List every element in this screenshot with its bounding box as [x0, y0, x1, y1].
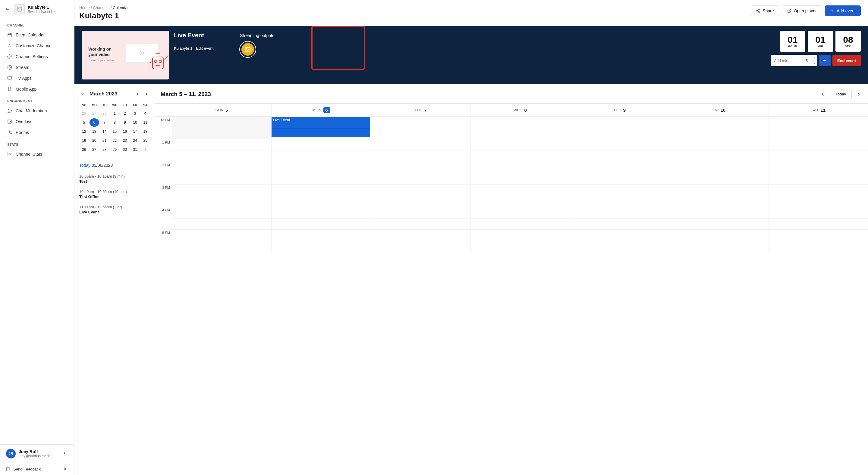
- mini-day[interactable]: 16: [120, 127, 130, 136]
- time-cell[interactable]: [271, 230, 371, 252]
- stepper-down[interactable]: ▼: [812, 61, 817, 66]
- nav-rooms[interactable]: Rooms: [0, 127, 74, 138]
- event-list-item[interactable]: 10:05am - 10:15am (9 min)Test: [79, 171, 150, 186]
- week-next[interactable]: [855, 90, 863, 98]
- nav-chat[interactable]: Chat Moderation: [0, 105, 74, 116]
- time-cell[interactable]: [371, 139, 470, 162]
- nav-mobile[interactable]: Mobile App: [0, 84, 74, 95]
- mini-day[interactable]: 1: [110, 109, 120, 118]
- time-cell[interactable]: [172, 207, 271, 230]
- mini-prev-month[interactable]: [134, 90, 141, 98]
- time-cell[interactable]: [569, 184, 669, 207]
- time-cell[interactable]: [769, 162, 868, 184]
- mini-day[interactable]: 14: [100, 127, 110, 136]
- mini-day[interactable]: 3: [130, 109, 140, 118]
- day-header[interactable]: FRI10: [669, 104, 769, 116]
- breadcrumb-home[interactable]: Home: [79, 5, 90, 10]
- mini-day[interactable]: 6: [90, 118, 99, 127]
- time-cell[interactable]: [172, 230, 271, 252]
- mini-next-month[interactable]: [143, 90, 150, 98]
- time-cell[interactable]: [769, 139, 868, 162]
- mini-day[interactable]: 28: [100, 109, 110, 118]
- stepper-up[interactable]: ▲: [812, 55, 817, 61]
- time-cell[interactable]: [569, 117, 669, 139]
- day-header[interactable]: SUN5: [172, 104, 271, 116]
- mini-day[interactable]: 31: [130, 145, 140, 154]
- time-cell[interactable]: [172, 139, 271, 162]
- today-button[interactable]: Today: [830, 89, 852, 99]
- live-channel-link[interactable]: Kulabyte 1: [174, 46, 192, 50]
- day-header[interactable]: MON6: [271, 104, 371, 116]
- edit-event-link[interactable]: Edit event: [196, 46, 213, 50]
- event-list-item[interactable]: 10:40am - 10:55am (15 min)Test Offine: [79, 186, 150, 202]
- mini-day[interactable]: 18: [141, 127, 150, 136]
- open-player-button[interactable]: Open player: [782, 5, 822, 16]
- time-cell[interactable]: [470, 230, 569, 252]
- time-cell[interactable]: [371, 207, 470, 230]
- time-cell[interactable]: [371, 162, 470, 184]
- switch-channel[interactable]: Switch channel: [28, 10, 70, 14]
- time-cell[interactable]: [271, 207, 371, 230]
- mini-day[interactable]: 22: [110, 136, 120, 145]
- share-button[interactable]: Share: [751, 5, 779, 16]
- mini-day[interactable]: 21: [100, 136, 110, 145]
- time-cell[interactable]: [769, 117, 868, 139]
- time-cell[interactable]: [569, 162, 669, 184]
- time-cell[interactable]: [172, 184, 271, 207]
- mini-day[interactable]: 1: [141, 145, 150, 154]
- user-menu-button[interactable]: [61, 450, 68, 457]
- time-cell[interactable]: [769, 230, 868, 252]
- nav-channel-stats[interactable]: Channel Stats: [0, 149, 74, 160]
- mini-day[interactable]: 24: [130, 136, 140, 145]
- mini-day[interactable]: 26: [79, 145, 89, 154]
- mini-day[interactable]: 20: [90, 136, 99, 145]
- time-cell[interactable]: [669, 162, 769, 184]
- send-feedback[interactable]: Send Feedback: [6, 467, 41, 471]
- time-cell[interactable]: [271, 184, 371, 207]
- day-header[interactable]: TUE7: [371, 104, 470, 116]
- time-cell[interactable]: [669, 117, 769, 139]
- time-cell[interactable]: [271, 162, 371, 184]
- mini-day[interactable]: 12: [79, 127, 89, 136]
- day-header[interactable]: SAT11: [769, 104, 868, 116]
- mini-day[interactable]: 5: [79, 118, 89, 127]
- mini-day[interactable]: 19: [79, 136, 89, 145]
- week-prev[interactable]: [819, 90, 827, 98]
- time-cell[interactable]: [470, 162, 569, 184]
- streaming-output-1[interactable]: [240, 41, 255, 57]
- day-header[interactable]: THU9: [569, 104, 669, 116]
- collapse-sidebar-button[interactable]: [63, 467, 68, 471]
- add-min-input[interactable]: [771, 55, 801, 66]
- time-cell[interactable]: [769, 184, 868, 207]
- mini-day[interactable]: 11: [141, 118, 150, 127]
- time-cell[interactable]: [569, 230, 669, 252]
- end-event-button[interactable]: End event: [832, 55, 861, 66]
- time-cell[interactable]: [669, 139, 769, 162]
- mini-day[interactable]: 13: [90, 127, 99, 136]
- event-list-item[interactable]: 11:11am - 12:55pm (2 hr)Live Event: [79, 202, 150, 217]
- mini-day[interactable]: 17: [130, 127, 140, 136]
- nav-stream[interactable]: Stream: [0, 62, 74, 73]
- mini-day[interactable]: 30: [120, 145, 130, 154]
- mini-day[interactable]: 29: [110, 145, 120, 154]
- time-cell[interactable]: [470, 207, 569, 230]
- mini-day[interactable]: 26: [79, 109, 89, 118]
- time-cell[interactable]: [172, 117, 271, 139]
- mini-day[interactable]: 27: [90, 109, 99, 118]
- mini-day[interactable]: 28: [100, 145, 110, 154]
- time-cell[interactable]: [470, 139, 569, 162]
- time-cell[interactable]: [371, 230, 470, 252]
- mini-day[interactable]: 27: [90, 145, 99, 154]
- time-cell[interactable]: [271, 139, 371, 162]
- mini-day[interactable]: 10: [130, 118, 140, 127]
- mini-day[interactable]: 9: [120, 118, 130, 127]
- time-cell[interactable]: [569, 207, 669, 230]
- back-button[interactable]: [4, 5, 11, 13]
- time-cell[interactable]: [769, 207, 868, 230]
- time-cell[interactable]: [569, 139, 669, 162]
- add-event-button[interactable]: Add event: [825, 5, 861, 16]
- mini-day[interactable]: 25: [141, 136, 150, 145]
- mini-day[interactable]: 2: [120, 109, 130, 118]
- time-cell[interactable]: [669, 184, 769, 207]
- mini-day[interactable]: 8: [110, 118, 120, 127]
